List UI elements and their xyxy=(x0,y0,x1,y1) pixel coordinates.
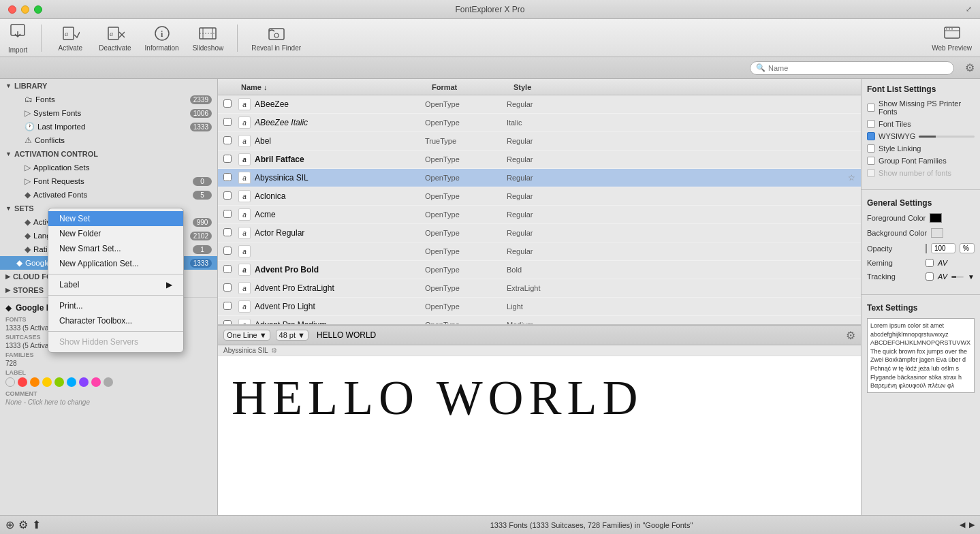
style-linking-checkbox[interactable] xyxy=(867,144,875,153)
line-mode-arrow: ▼ xyxy=(259,331,267,339)
font-row-abyssinica[interactable]: a Abyssinica SIL OpenType Regular ☆ xyxy=(218,169,861,187)
font-format-abyssinica: OpenType xyxy=(425,174,507,182)
sidebar-item-last-imported[interactable]: 🕐 Last Imported 1333 xyxy=(0,120,217,134)
close-button[interactable] xyxy=(8,5,16,14)
font-row-acme[interactable]: a Acme OpenType Regular xyxy=(218,206,861,224)
font-checkbox-abril[interactable] xyxy=(223,155,232,163)
font-row-advent-light[interactable]: a Advent Pro Light OpenType Light xyxy=(218,298,861,316)
show-number-checkbox[interactable] xyxy=(867,169,875,177)
sidebar-item-activated-fonts[interactable]: ◆ Activated Fonts 5 xyxy=(0,188,217,202)
font-checkbox-abeezee-italic[interactable] xyxy=(223,118,232,126)
list-settings-gear[interactable]: ⚙ xyxy=(965,61,975,74)
information-icon: i xyxy=(153,24,172,43)
information-button[interactable]: i Information xyxy=(145,24,179,52)
group-families-checkbox[interactable] xyxy=(867,157,875,165)
label-dot-yellow[interactable] xyxy=(42,377,52,387)
library-section-header[interactable]: ▼ LIBRARY xyxy=(0,79,217,93)
sidebar-item-app-sets[interactable]: ▷ Application Sets xyxy=(0,161,217,174)
context-menu-label[interactable]: Label ▶ xyxy=(48,277,183,292)
font-row-abril[interactable]: a Abril Fatface OpenType Regular xyxy=(218,151,861,169)
kerning-checkbox[interactable] xyxy=(926,259,934,267)
bottom-prev-icon[interactable]: ◀ xyxy=(960,520,965,529)
label-dot-pink[interactable] xyxy=(91,377,101,387)
header-style-col[interactable]: Style xyxy=(511,83,855,91)
font-row-abel[interactable]: a Abel TrueType Regular xyxy=(218,132,861,151)
label-dot-green[interactable] xyxy=(54,377,64,387)
text-settings-area[interactable]: Lorem ipsum color sit amet abcdefghijklm… xyxy=(867,318,975,393)
font-row-actor[interactable]: a Actor Regular OpenType Regular xyxy=(218,224,861,242)
font-checkbox-advent-light[interactable] xyxy=(223,302,232,310)
font-checkbox-advent-bold[interactable] xyxy=(223,265,232,273)
opacity-control[interactable] xyxy=(926,244,927,253)
opacity-input[interactable] xyxy=(931,243,955,253)
font-checkbox-aclonica[interactable] xyxy=(223,191,232,200)
font-checkbox-empty[interactable] xyxy=(223,247,232,255)
context-menu-new-app-set[interactable]: New Application Set... xyxy=(48,256,183,271)
label-dot-blue[interactable] xyxy=(67,377,76,387)
context-menu-char-toolbox[interactable]: Character Toolbox... xyxy=(48,313,183,328)
webpreview-button[interactable]: Web Preview xyxy=(932,24,972,52)
font-checkbox-acme[interactable] xyxy=(223,210,232,218)
font-checkbox-advent-extralight[interactable] xyxy=(223,283,232,292)
group-families-label: Group Font Families xyxy=(879,157,947,165)
font-row-abeezee[interactable]: a ABeeZee OpenType Regular xyxy=(218,95,861,114)
tracking-checkbox[interactable] xyxy=(926,272,934,281)
system-fonts-badge: 1006 xyxy=(190,109,212,118)
pt-size-select[interactable]: 48 pt ▼ xyxy=(276,330,309,341)
context-menu-new-smart-set[interactable]: New Smart Set... xyxy=(48,241,183,256)
label-dot-lightgrey[interactable] xyxy=(104,377,113,387)
label-dot-red[interactable] xyxy=(18,377,27,387)
font-row-aclonica[interactable]: a Aclonica OpenType Regular xyxy=(218,187,861,206)
preview-text-input[interactable] xyxy=(314,330,840,340)
header-name-col[interactable]: Name ↓ xyxy=(238,83,429,91)
missing-ps-checkbox[interactable] xyxy=(867,104,875,112)
context-menu-divider-1 xyxy=(48,274,183,274)
font-row-advent-extralight[interactable]: a Advent Pro ExtraLight OpenType ExtraLi… xyxy=(218,279,861,298)
zoom-icon[interactable]: ⤢ xyxy=(966,5,972,14)
import-button[interactable]: Import xyxy=(8,22,27,54)
wysiwyg-slider[interactable] xyxy=(919,136,975,138)
font-row-abeezee-italic[interactable]: a ABeeZee Italic OpenType Italic xyxy=(218,114,861,132)
activate-button[interactable]: a Activate xyxy=(55,24,85,52)
font-checkbox-abel[interactable] xyxy=(223,136,232,144)
tracking-arrow[interactable]: ▼ xyxy=(968,273,975,281)
slideshow-button[interactable]: Slideshow xyxy=(193,24,224,52)
opacity-unit[interactable] xyxy=(960,243,975,253)
sidebar-item-system-fonts[interactable]: ▷ System Fonts 1006 xyxy=(0,106,217,120)
context-menu-print[interactable]: Print... xyxy=(48,298,183,313)
minimize-button[interactable] xyxy=(21,5,29,14)
label-dot-grey[interactable] xyxy=(5,377,15,387)
font-tiles-checkbox[interactable] xyxy=(867,120,875,128)
font-checkbox-abeezee[interactable] xyxy=(223,99,232,108)
bottom-next-icon[interactable]: ▶ xyxy=(969,520,975,529)
label-dot-purple[interactable] xyxy=(79,377,89,387)
comment-value[interactable]: None - Click here to change xyxy=(5,398,212,406)
font-row-empty[interactable]: a OpenType Regular xyxy=(218,242,861,261)
deactivate-button[interactable]: a Deactivate xyxy=(99,24,131,52)
context-menu-new-set[interactable]: New Set xyxy=(48,211,183,226)
header-format-col[interactable]: Format xyxy=(429,83,511,91)
activation-control-header[interactable]: ▼ ACTIVATION CONTROL xyxy=(0,147,217,161)
preview-settings-gear[interactable]: ⚙ xyxy=(846,329,855,342)
sidebar-item-font-requests[interactable]: ▷ Font Requests 0 xyxy=(0,174,217,188)
font-row-advent-medium[interactable]: a Advent Pro Medium OpenType Medium xyxy=(218,316,861,324)
context-menu-new-folder[interactable]: New Folder xyxy=(48,226,183,241)
font-row-advent-bold[interactable]: a Advent Pro Bold OpenType Bold xyxy=(218,261,861,279)
font-checkbox-actor[interactable] xyxy=(223,228,232,236)
tracking-slider[interactable] xyxy=(951,276,964,278)
bg-color-swatch[interactable] xyxy=(931,228,943,238)
label-dot-orange[interactable] xyxy=(30,377,39,387)
bottom-export-icon[interactable]: ⬆ xyxy=(32,518,41,531)
sidebar-item-fonts[interactable]: 🗂 Fonts 2339 xyxy=(0,93,217,106)
line-mode-select[interactable]: One Line ▼ xyxy=(223,330,270,341)
bottom-add-icon[interactable]: ⊕ xyxy=(5,518,14,531)
search-input[interactable] xyxy=(768,64,850,72)
fg-color-swatch[interactable] xyxy=(930,213,942,223)
context-menu[interactable]: New Set New Folder New Smart Set... New … xyxy=(48,208,184,353)
font-checkbox-abyssinica[interactable] xyxy=(223,173,232,181)
sidebar-item-conflicts[interactable]: ⚠ Conflicts xyxy=(0,134,217,147)
maximize-button[interactable] xyxy=(34,5,42,14)
reveal-button[interactable]: Reveal in Finder xyxy=(251,24,301,52)
wysiwyg-checkbox[interactable] xyxy=(867,132,875,140)
bottom-settings-icon[interactable]: ⚙ xyxy=(18,518,28,531)
